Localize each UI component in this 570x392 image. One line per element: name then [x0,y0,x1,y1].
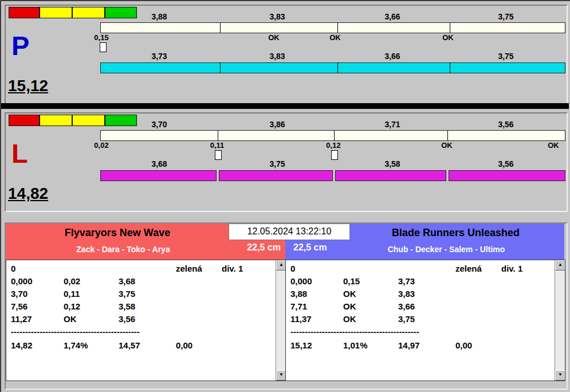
scroll-up-icon: ▲ [558,262,563,267]
total-time: 15,12 [290,340,312,350]
team-name: Flyvaryors New Wave [6,227,229,239]
split-cum: 7,56 [11,301,27,311]
gross-split-value-1: 3,70 [151,120,167,129]
traffic-light-yellow-2 [72,7,105,18]
status-label-5: OK [548,141,559,150]
bar-tick [220,63,221,73]
scroll-down-button[interactable]: ▼ [555,370,565,381]
team-members: Chub - Decker - Salem - Ultimo [328,245,564,254]
traffic-light-red [9,7,40,18]
net-split-value-4: 3,56 [498,159,513,168]
bar-tick [450,23,450,33]
panel-divider [1,103,569,109]
net-split-value-2: 3,75 [269,159,285,168]
gross-split-value-2: 3,86 [269,120,285,129]
scrollbar[interactable]: ▲ ▼ [276,260,286,381]
split-status: 0,15 [343,276,360,286]
split-net: 3,73 [398,276,415,286]
split-status: OK [343,301,356,311]
gross-time-bar [100,22,565,33]
division-label: div. 1 [501,264,522,273]
color-label: zelená [176,264,202,273]
traffic-light-red [9,115,40,126]
results-table-left: 0 zelená div. 1 0,000 0,02 3,68 3,70 0,1… [6,260,286,381]
traffic-light-bar [9,7,137,17]
net-split-value-1: 3,68 [151,159,167,168]
gross-split-value-4: 3,56 [498,120,513,129]
bar-tick [450,63,450,73]
total-time: 14,82 [11,340,33,350]
status-label-2: 0,11 [210,141,225,150]
net-split-value-3: 3,66 [384,52,400,61]
bar-tick [218,131,218,140]
scroll-up-button[interactable]: ▲ [555,260,565,271]
status-label-1: 0,15 [94,33,108,42]
bar-tick [337,23,338,33]
app-window: 3,88 3,83 3,66 3,75 0,15 OK OK OK 3,73 3… [0,0,570,392]
split-status: 0,12 [64,301,80,311]
lane-total-time-p: 15,12 [8,77,48,95]
total-percent: 1,01% [343,340,368,350]
net-time-bar [100,62,565,73]
split-net: 3,56 [119,314,135,324]
net-split-value-1: 3,73 [151,52,167,61]
scroll-down-icon: ▼ [279,372,284,377]
penalty-marker-box [331,150,338,160]
traffic-light-green [105,7,137,18]
total-penalty: 0,00 [176,340,192,350]
table-divider: ----------------------------------------… [290,327,419,336]
net-time-bar-segment-2 [219,170,333,181]
net-time-bar-segment-4 [449,170,565,181]
lane-letter-l: L [11,140,28,167]
net-split-value-4: 3,75 [498,52,513,61]
lane-number: 0 [11,264,15,273]
split-cum: 3,88 [290,289,307,299]
lane-panel-l: 3,70 3,86 3,71 3,56 0,02 0,11 0,12 OK OK… [5,112,568,212]
status-label-4: OK [442,33,454,42]
color-label: zelená [455,264,482,273]
gross-time-bar [100,130,565,141]
traffic-light-bar [9,115,137,125]
bar-tick [447,131,448,140]
scroll-down-icon: ▼ [558,372,563,377]
traffic-light-yellow-1 [40,115,72,126]
results-table-right: 0 zelená div. 1 0,000 0,15 3,73 3,88 OK … [285,260,565,381]
height-label: 22,5 cm [247,242,281,253]
split-status: 0,02 [64,276,80,286]
division-label: div. 1 [222,264,243,273]
status-label-4: OK [441,141,453,150]
split-status: OK [64,314,77,324]
gross-split-value-1: 3,88 [151,12,167,21]
split-net: 3,68 [119,276,135,286]
total-net: 14,97 [398,340,420,350]
results-section: Flyvaryors New Wave Zack - Dara - Toko -… [5,222,568,390]
split-status: 0,11 [64,289,80,299]
net-time-bar-segment-3 [335,170,446,181]
split-net: 3,83 [398,289,415,299]
traffic-light-yellow-2 [72,115,105,126]
gross-split-value-3: 3,71 [384,120,400,129]
lane-panel-p: 3,88 3,83 3,66 3,75 0,15 OK OK OK 3,73 3… [5,5,568,104]
table-divider: ----------------------------------------… [11,327,140,336]
traffic-light-yellow-1 [40,7,72,18]
team-members: Zack - Dara - Toko - Arya [6,245,241,254]
net-split-value-3: 3,58 [384,159,400,168]
bar-tick [220,23,221,33]
bar-tick [337,63,338,73]
split-net: 3,58 [119,301,135,311]
split-cum: 7,71 [290,301,307,311]
datetime-display: 12.05.2024 13:22:10 [229,224,350,240]
total-percent: 1,74% [64,340,88,350]
gross-split-value-2: 3,83 [269,12,285,21]
penalty-marker-box [215,150,222,160]
net-time-bar-segment-1 [100,170,217,181]
split-net: 3,66 [398,301,415,311]
scroll-up-icon: ▲ [279,262,284,267]
total-net: 14,57 [119,340,140,350]
scrollbar[interactable]: ▲ ▼ [555,260,565,381]
lane-total-time-l: 14,82 [8,185,48,203]
status-label-1: 0,02 [94,141,108,150]
status-label-3: OK [329,33,341,42]
net-split-value-2: 3,83 [269,52,285,61]
split-cum: 3,70 [11,289,27,299]
